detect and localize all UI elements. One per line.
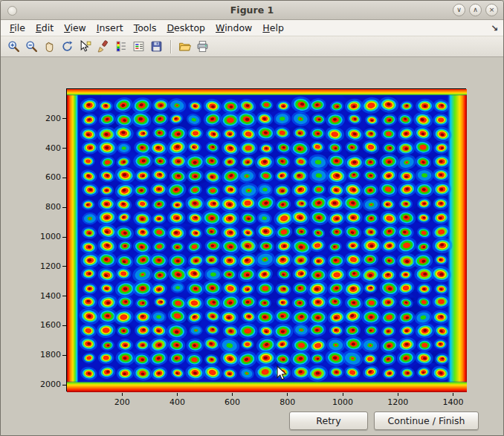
x-tick-label: 200: [106, 397, 138, 407]
rotate-3d-icon: [61, 40, 74, 53]
print-button[interactable]: [194, 38, 211, 55]
pan-button[interactable]: [41, 38, 58, 55]
menu-desktop[interactable]: Desktop: [161, 20, 210, 36]
open-icon: [178, 40, 191, 53]
x-tick: [122, 393, 123, 396]
y-tick-label: 600: [31, 172, 61, 182]
mouse-cursor: [277, 365, 288, 382]
x-tick-label: 400: [161, 397, 193, 407]
retry-button[interactable]: Retry: [289, 411, 368, 430]
y-tick-label: 1400: [31, 291, 61, 301]
heatmap-image[interactable]: [67, 89, 467, 392]
x-tick: [232, 393, 233, 396]
y-tick: [62, 325, 66, 326]
menu-bar: FileEditViewInsertToolsDesktopWindowHelp: [1, 20, 503, 36]
x-tick: [343, 393, 343, 396]
continue-finish-button[interactable]: Continue / Finish: [374, 411, 479, 430]
menu-file[interactable]: File: [4, 20, 30, 36]
x-tick-label: 1400: [436, 397, 469, 407]
colorbar-button[interactable]: [112, 38, 129, 55]
y-tick: [62, 118, 66, 119]
brush-button[interactable]: [94, 38, 112, 55]
pan-icon: [43, 40, 56, 53]
y-tick-label: 200: [31, 114, 61, 123]
window-title: Figure 1: [1, 1, 503, 20]
y-tick: [62, 296, 66, 296]
y-tick-label: 1200: [31, 261, 61, 271]
y-tick-label: 800: [31, 202, 61, 212]
legend-button[interactable]: [130, 38, 147, 55]
y-tick-label: 1800: [31, 350, 61, 359]
y-tick-label: 1000: [31, 232, 61, 241]
data-cursor-button[interactable]: [77, 38, 94, 55]
x-tick-label: 1000: [326, 397, 359, 407]
colorbar-icon: [114, 40, 127, 53]
menu-window[interactable]: Window: [210, 20, 257, 36]
dock-arrow-icon[interactable]: ↘: [491, 20, 498, 36]
zoom-in-button[interactable]: [5, 38, 22, 55]
x-tick-label: 800: [271, 397, 304, 407]
brush-icon: [97, 40, 109, 53]
x-tick: [287, 393, 288, 396]
menu-insert[interactable]: Insert: [91, 20, 129, 36]
y-tick-label: 1600: [31, 320, 61, 330]
y-tick: [62, 148, 66, 149]
titlebar[interactable]: Figure 1 ∨∧×: [1, 1, 503, 20]
minimize-button[interactable]: ∨: [453, 4, 465, 16]
menu-edit[interactable]: Edit: [30, 20, 59, 36]
figure-canvas-area: 2004006008001000120014002004006008001000…: [1, 57, 504, 436]
legend-icon: [132, 40, 145, 53]
toolbar: [1, 36, 503, 57]
window-controls: ∨∧×: [453, 4, 498, 16]
figure-window: Figure 1 ∨∧× FileEditViewInsertToolsDesk…: [0, 0, 504, 436]
y-tick-label: 400: [31, 143, 61, 153]
y-tick: [62, 385, 66, 385]
maximize-button[interactable]: ∧: [469, 4, 482, 16]
save-button[interactable]: [148, 38, 165, 55]
x-tick: [453, 393, 453, 396]
close-button[interactable]: ×: [485, 4, 498, 16]
x-tick: [398, 393, 398, 396]
x-tick-label: 1200: [381, 397, 414, 407]
y-tick: [62, 178, 66, 178]
y-tick: [62, 266, 66, 267]
print-icon: [196, 40, 209, 53]
rotate-3d-button[interactable]: [59, 38, 76, 55]
y-tick: [62, 237, 66, 238]
y-tick: [62, 207, 66, 208]
menu-view[interactable]: View: [59, 20, 91, 36]
x-tick-label: 600: [216, 397, 249, 407]
zoom-in-icon: [7, 40, 20, 53]
axes[interactable]: 2004006008001000120014002004006008001000…: [66, 88, 466, 391]
menu-help[interactable]: Help: [257, 20, 289, 36]
toolbar-separator: [170, 40, 172, 53]
x-tick: [177, 393, 178, 396]
zoom-out-icon: [25, 40, 38, 53]
y-tick: [62, 355, 66, 356]
data-cursor-icon: [79, 40, 91, 53]
save-icon: [150, 40, 163, 53]
y-tick-label: 2000: [31, 380, 61, 389]
menu-tools[interactable]: Tools: [129, 20, 162, 36]
open-button[interactable]: [176, 38, 193, 55]
zoom-out-button[interactable]: [23, 38, 40, 55]
